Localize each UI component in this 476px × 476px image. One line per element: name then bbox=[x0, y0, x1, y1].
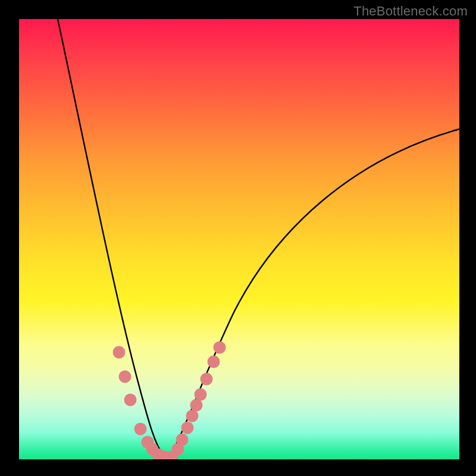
marker-dot bbox=[134, 423, 147, 436]
watermark-text: TheBottleneck.com bbox=[353, 4, 468, 19]
right-branch-line bbox=[169, 129, 459, 458]
marker-dot bbox=[208, 356, 220, 368]
marker-dots-group bbox=[113, 342, 226, 460]
marker-dot bbox=[124, 394, 137, 406]
left-branch-line bbox=[58, 19, 165, 458]
marker-dot bbox=[119, 371, 131, 383]
marker-dot bbox=[176, 434, 189, 446]
marker-dot bbox=[214, 342, 226, 354]
marker-dot bbox=[186, 410, 199, 422]
marker-dot bbox=[181, 422, 194, 434]
marker-dot bbox=[190, 399, 203, 412]
chart-frame: TheBottleneck.com bbox=[0, 0, 476, 476]
marker-dot bbox=[201, 373, 213, 386]
bottleneck-curve bbox=[19, 19, 459, 459]
marker-dot bbox=[195, 389, 207, 401]
gradient-plot-area bbox=[19, 19, 459, 459]
curve-lines bbox=[58, 19, 459, 458]
marker-dot bbox=[113, 346, 126, 359]
